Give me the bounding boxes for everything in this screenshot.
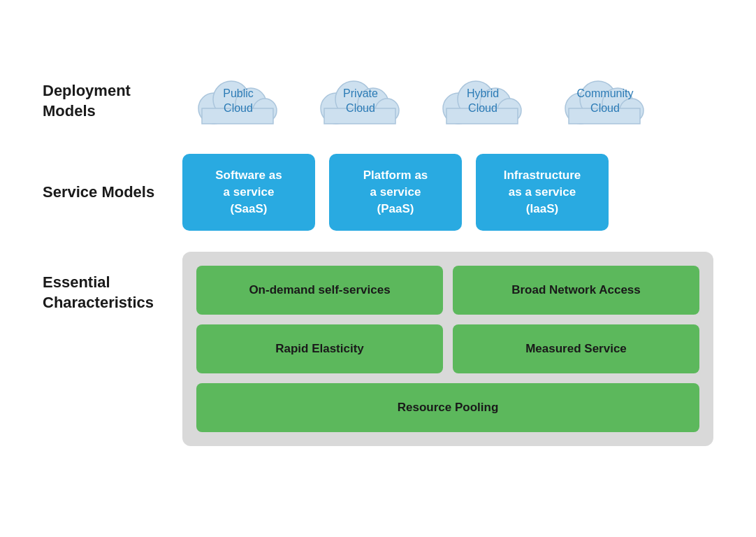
deployment-label: DeploymentModels xyxy=(43,81,182,121)
cloud-item-hybrid: HybridCloud xyxy=(427,70,539,133)
essential-row: EssentialCharacteristics On-demand self-… xyxy=(43,252,713,446)
char-row-3: Resource Pooling xyxy=(196,383,699,432)
public-cloud-shape: PublicCloud xyxy=(189,70,287,133)
resource-pooling-box: Resource Pooling xyxy=(196,383,699,432)
saas-box: Software asa service(SaaS) xyxy=(182,154,315,231)
rapid-elasticity-box: Rapid Elasticity xyxy=(196,324,443,373)
cloud-item-public: PublicCloud xyxy=(182,70,294,133)
char-row-2: Rapid Elasticity Measured Service xyxy=(196,324,699,373)
hybrid-cloud-text: HybridCloud xyxy=(467,87,499,116)
deployment-content: PublicCloud PrivateCloud xyxy=(182,70,713,133)
hybrid-cloud-shape: HybridCloud xyxy=(434,70,532,133)
community-cloud-text: CommunityCloud xyxy=(577,87,634,116)
characteristics-container: On-demand self-services Broad Network Ac… xyxy=(182,252,713,446)
on-demand-box: On-demand self-services xyxy=(196,266,443,315)
private-cloud-text: PrivateCloud xyxy=(343,87,378,116)
diagram: DeploymentModels PublicCloud xyxy=(29,49,727,488)
public-cloud-text: PublicCloud xyxy=(223,87,254,116)
deployment-row: DeploymentModels PublicCloud xyxy=(43,70,713,133)
private-cloud-shape: PrivateCloud xyxy=(312,70,409,133)
paas-box: Platform asa service(PaaS) xyxy=(329,154,462,231)
essential-label: EssentialCharacteristics xyxy=(43,252,182,313)
community-cloud-shape: CommunityCloud xyxy=(556,70,654,133)
broad-network-box: Broad Network Access xyxy=(453,266,699,315)
cloud-item-private: PrivateCloud xyxy=(305,70,416,133)
service-label: Service Models xyxy=(43,182,182,203)
cloud-item-community: CommunityCloud xyxy=(549,70,661,133)
iaas-box: Infrastructureas a service(IaaS) xyxy=(476,154,609,231)
service-content: Software asa service(SaaS) Platform asa … xyxy=(182,154,713,231)
measured-service-box: Measured Service xyxy=(453,324,699,373)
service-row: Service Models Software asa service(SaaS… xyxy=(43,154,713,231)
char-row-1: On-demand self-services Broad Network Ac… xyxy=(196,266,699,315)
